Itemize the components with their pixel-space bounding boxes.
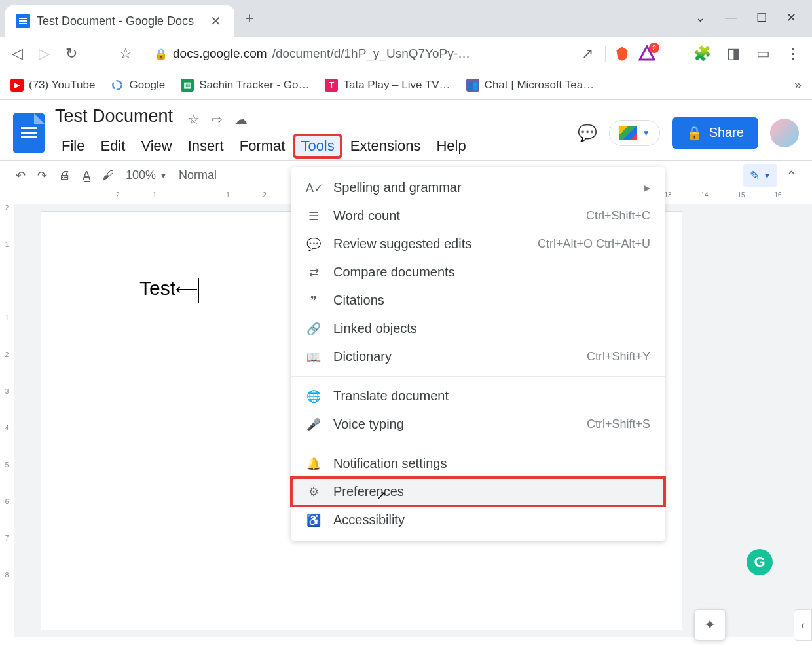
tab-close-icon[interactable]: ✕ xyxy=(208,13,224,29)
bookmark-google[interactable]: Google xyxy=(111,79,165,92)
meet-button[interactable]: ▼ xyxy=(609,120,660,146)
close-window-button[interactable]: ✕ xyxy=(786,10,796,25)
menu-item-accessibility[interactable]: ♿Accessibility xyxy=(291,506,665,534)
style-select[interactable]: Normal xyxy=(179,168,217,182)
new-tab-button[interactable]: + xyxy=(234,9,265,28)
maximize-button[interactable]: ☐ xyxy=(756,10,767,25)
google-icon xyxy=(111,79,124,92)
menu-item-dictionary[interactable]: 📖DictionaryCtrl+Shift+Y xyxy=(291,343,665,371)
minimize-button[interactable]: — xyxy=(725,10,737,25)
paint-format-icon[interactable]: 🖌 xyxy=(102,168,114,182)
zoom-select[interactable]: 100%▼ xyxy=(126,168,167,182)
chevron-down-icon: ▼ xyxy=(642,128,650,138)
print-icon[interactable]: 🖨 xyxy=(59,168,71,182)
teams-icon: 👥 xyxy=(466,79,479,92)
chevron-down-icon[interactable]: ⌄ xyxy=(695,10,705,25)
wallet-icon[interactable]: ▭ xyxy=(752,41,774,66)
menu-extensions[interactable]: Extensions xyxy=(344,135,428,157)
share-url-icon[interactable]: ↗ xyxy=(578,41,597,66)
meet-icon xyxy=(619,126,637,140)
brave-icon[interactable] xyxy=(614,45,631,62)
bookmark-button[interactable]: ☆ xyxy=(115,41,136,66)
mouse-cursor-icon: ↖ xyxy=(377,488,386,503)
bookmark-tata[interactable]: TTata Play – Live TV… xyxy=(325,79,450,92)
editing-mode-button[interactable]: ✎▼ xyxy=(743,164,777,187)
spellcheck-icon[interactable]: A̲ xyxy=(83,168,90,183)
submenu-arrow-icon: ▶ xyxy=(644,183,650,193)
docs-logo-icon[interactable] xyxy=(13,113,45,153)
menu-item-notification-settings[interactable]: 🔔Notification settings xyxy=(291,449,665,478)
menu-item-icon: 📖 xyxy=(306,350,322,364)
bookmark-teams[interactable]: 👥Chat | Microsoft Tea… xyxy=(466,79,595,92)
menu-view[interactable]: View xyxy=(134,135,178,157)
menu-separator xyxy=(291,444,665,444)
menu-item-preferences[interactable]: ⚙Preferences↖ xyxy=(291,478,665,506)
bookmarks-bar: ▶(73) YouTube Google ▦Sachin Tracker - G… xyxy=(0,71,812,100)
menu-item-citations[interactable]: ❞Citations xyxy=(291,286,665,314)
menu-insert[interactable]: Insert xyxy=(181,135,231,157)
nav-bar: ◁ ▷ ↻ ☆ 🔒 docs.google.com/document/d/1hP… xyxy=(0,37,812,71)
grammarly-icon[interactable]: G xyxy=(747,549,773,575)
menu-item-icon: ❞ xyxy=(306,294,322,308)
redo-icon[interactable]: ↷ xyxy=(37,168,47,183)
menu-item-icon: ♿ xyxy=(306,513,322,527)
menu-item-label: Preferences xyxy=(333,484,404,499)
avatar[interactable] xyxy=(770,119,799,147)
menu-item-icon: 🔗 xyxy=(306,322,322,336)
bookmark-youtube[interactable]: ▶(73) YouTube xyxy=(10,79,95,92)
sheets-icon: ▦ xyxy=(181,79,194,92)
menu-item-shortcut: Ctrl+Shift+C xyxy=(586,209,650,223)
menu-item-spelling-and-grammar[interactable]: A✓Spelling and grammar▶ xyxy=(291,174,665,202)
menu-help[interactable]: Help xyxy=(430,135,472,157)
pencil-icon: ✎ xyxy=(750,168,760,183)
menu-tools[interactable]: Tools xyxy=(294,135,341,157)
document-title[interactable]: Test Document xyxy=(55,106,173,126)
menu-edit[interactable]: Edit xyxy=(94,135,132,157)
tools-dropdown-menu: A✓Spelling and grammar▶☰Word countCtrl+S… xyxy=(291,167,665,541)
extensions-icon[interactable]: 🧩 xyxy=(690,41,715,66)
explore-button[interactable]: ✦ xyxy=(694,609,726,641)
menu-item-icon: 🎤 xyxy=(306,417,322,432)
menu-item-review-suggested-edits[interactable]: 💬Review suggested editsCtrl+Alt+O Ctrl+A… xyxy=(291,230,665,258)
menu-icon[interactable]: ⋮ xyxy=(782,41,804,66)
share-button[interactable]: 🔒Share xyxy=(672,117,758,149)
menu-item-shortcut: Ctrl+Shift+Y xyxy=(587,350,650,364)
vertical-ruler[interactable]: 2112345678 xyxy=(0,191,14,637)
docs-favicon-icon xyxy=(16,14,30,28)
browser-chrome: Test Document - Google Docs ✕ + ⌄ — ☐ ✕ … xyxy=(0,0,812,100)
back-button[interactable]: ◁ xyxy=(8,41,27,66)
sidepanel-icon[interactable]: ◨ xyxy=(723,41,745,66)
comments-icon[interactable]: 💬 xyxy=(578,124,597,142)
menu-item-label: Notification settings xyxy=(333,456,447,471)
forward-button[interactable]: ▷ xyxy=(35,41,54,66)
menu-format[interactable]: Format xyxy=(233,135,292,157)
svg-point-1 xyxy=(113,81,122,90)
browser-tab[interactable]: Test Document - Google Docs ✕ xyxy=(5,5,234,37)
menu-separator xyxy=(291,376,665,377)
bookmark-sheets[interactable]: ▦Sachin Tracker - Go… xyxy=(181,79,309,92)
collapse-toolbar-icon[interactable]: ⌃ xyxy=(786,168,796,183)
menu-item-translate-document[interactable]: 🌐Translate document xyxy=(291,382,665,410)
header-right: 💬 ▼ 🔒Share xyxy=(578,117,799,149)
undo-icon[interactable]: ↶ xyxy=(16,168,26,183)
reload-button[interactable]: ↻ xyxy=(62,41,81,66)
menu-item-compare-documents[interactable]: ⇄Compare documents xyxy=(291,258,665,286)
youtube-icon: ▶ xyxy=(10,79,24,92)
menu-item-linked-objects[interactable]: 🔗Linked objects xyxy=(291,314,665,343)
side-panel-toggle[interactable]: ‹ xyxy=(794,609,812,641)
menu-item-label: Dictionary xyxy=(333,349,392,364)
menu-item-icon: ⚙ xyxy=(306,485,322,499)
extension-badge[interactable]: 2 xyxy=(638,45,655,62)
bookmark-overflow-icon[interactable]: » xyxy=(794,77,802,92)
menu-item-voice-typing[interactable]: 🎤Voice typingCtrl+Shift+S xyxy=(291,410,665,438)
move-icon[interactable]: ⇨ xyxy=(212,111,223,127)
menu-file[interactable]: File xyxy=(55,135,91,157)
menu-item-shortcut: Ctrl+Alt+O Ctrl+Alt+U xyxy=(538,237,650,251)
menu-item-word-count[interactable]: ☰Word countCtrl+Shift+C xyxy=(291,202,665,230)
address-bar[interactable]: 🔒 docs.google.com/document/d/1hP_y_UsnQ7… xyxy=(144,47,570,61)
lock-icon: 🔒 xyxy=(155,48,168,60)
menu-item-icon: 🌐 xyxy=(306,389,322,404)
star-icon[interactable]: ☆ xyxy=(188,111,200,127)
cloud-icon[interactable]: ☁ xyxy=(234,111,248,127)
title-row: Test Document ☆ ⇨ ☁ FileEditViewInsertFo… xyxy=(13,106,799,160)
